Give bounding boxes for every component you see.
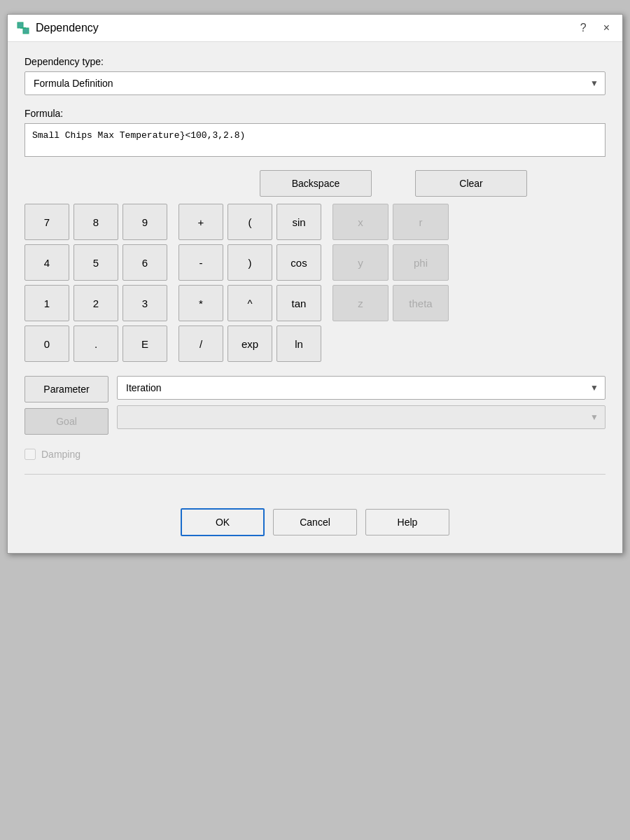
var-r: r <box>393 204 449 240</box>
parameter-button[interactable]: Parameter <box>24 376 108 402</box>
num-9[interactable]: 9 <box>122 204 167 240</box>
goal-button: Goal <box>24 408 108 435</box>
num-2[interactable]: 2 <box>74 285 118 321</box>
iteration-select[interactable]: Iteration <box>117 376 606 400</box>
var-z: z <box>332 285 388 321</box>
dependency-type-label: Dependency type: <box>24 56 606 67</box>
num-1[interactable]: 1 <box>24 285 69 321</box>
close-button[interactable]: × <box>599 20 614 36</box>
damping-checkbox[interactable] <box>24 449 36 460</box>
var-x: x <box>332 204 388 240</box>
op-caret[interactable]: ^ <box>227 285 272 321</box>
varpad: x r y phi z theta <box>332 204 449 321</box>
op-close-paren[interactable]: ) <box>227 244 272 281</box>
num-3[interactable]: 3 <box>122 285 167 321</box>
calculator: Backspace Clear 7 8 9 4 5 6 1 2 3 0 <box>24 170 606 362</box>
oppad: + ( sin - ) cos * ^ tan / exp ln <box>178 204 321 362</box>
title-bar-left: Dependency <box>16 21 99 35</box>
op-open-paren[interactable]: ( <box>227 204 272 240</box>
goal-dropdown-wrap: ▼ <box>117 405 606 429</box>
num-5[interactable]: 5 <box>74 244 118 281</box>
var-theta: theta <box>393 285 449 321</box>
svg-rect-0 <box>18 22 23 28</box>
op-exp[interactable]: exp <box>227 326 272 362</box>
ok-button[interactable]: OK <box>181 508 265 536</box>
dependency-dialog: Dependency ? × Dependency type: Formula … <box>7 14 623 554</box>
op-sin[interactable]: sin <box>276 204 321 240</box>
dependency-type-container: Formula Definition ▼ <box>24 71 606 95</box>
param-dropdowns: Iteration ▼ ▼ <box>117 376 606 429</box>
goal-select <box>117 405 606 429</box>
num-0[interactable]: 0 <box>24 326 69 362</box>
formula-label: Formula: <box>24 108 606 119</box>
formula-input[interactable]: Small Chips Max Temperature}<100,3,2.8) <box>24 123 606 157</box>
damping-section: Damping <box>24 449 606 460</box>
calc-top-row: Backspace Clear <box>24 170 606 197</box>
num-e[interactable]: E <box>122 326 167 362</box>
op-ln[interactable]: ln <box>276 326 321 362</box>
dialog-title: Dependency <box>36 22 99 34</box>
help-footer-button[interactable]: Help <box>365 509 449 536</box>
var-phi: phi <box>393 244 449 281</box>
title-bar: Dependency ? × <box>8 15 622 42</box>
num-dot[interactable]: . <box>74 326 118 362</box>
footer-divider <box>24 474 606 475</box>
dialog-footer: OK Cancel Help <box>8 497 622 553</box>
dialog-content: Dependency type: Formula Definition ▼ Fo… <box>8 42 622 497</box>
damping-label: Damping <box>41 449 80 460</box>
op-multiply[interactable]: * <box>178 285 223 321</box>
clear-button[interactable]: Clear <box>415 170 527 197</box>
dependency-icon <box>16 21 30 35</box>
num-7[interactable]: 7 <box>24 204 69 240</box>
dependency-type-select[interactable]: Formula Definition <box>24 71 606 95</box>
param-buttons: Parameter Goal <box>24 376 108 435</box>
num-8[interactable]: 8 <box>74 204 118 240</box>
num-4[interactable]: 4 <box>24 244 69 281</box>
backspace-button[interactable]: Backspace <box>260 170 372 197</box>
cancel-button[interactable]: Cancel <box>273 509 357 536</box>
op-plus[interactable]: + <box>178 204 223 240</box>
var-y: y <box>332 244 388 281</box>
svg-rect-1 <box>23 28 29 34</box>
op-divide[interactable]: / <box>178 326 223 362</box>
numpad: 7 8 9 4 5 6 1 2 3 0 . E <box>24 204 167 362</box>
calc-main: 7 8 9 4 5 6 1 2 3 0 . E + ( sin <box>24 204 606 362</box>
num-6[interactable]: 6 <box>122 244 167 281</box>
parameter-section: Parameter Goal Iteration ▼ ▼ <box>24 376 606 435</box>
iteration-dropdown-wrap: Iteration ▼ <box>117 376 606 400</box>
op-tan[interactable]: tan <box>276 285 321 321</box>
help-button[interactable]: ? <box>576 20 591 36</box>
op-cos[interactable]: cos <box>276 244 321 281</box>
op-minus[interactable]: - <box>178 244 223 281</box>
title-bar-actions: ? × <box>576 20 614 36</box>
